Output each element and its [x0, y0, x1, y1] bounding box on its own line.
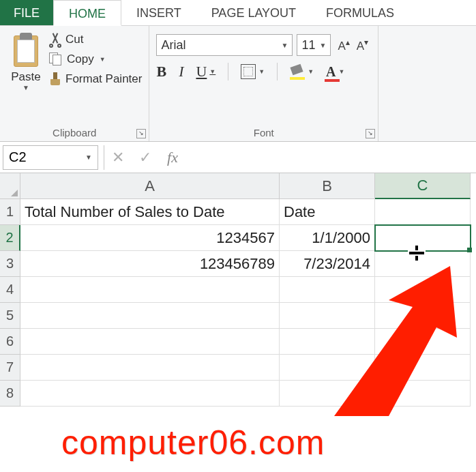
increase-font-button[interactable]: A▴ — [335, 36, 352, 55]
row-header-8[interactable]: 8 — [0, 381, 20, 407]
formula-bar: C2 ▼ ✕ ✓ fx — [0, 142, 476, 173]
column-header-a[interactable]: A — [20, 173, 280, 199]
copy-icon — [49, 53, 63, 66]
row-header-5[interactable]: 5 — [0, 303, 20, 329]
ribbon-tabs: FILE HOME INSERT PAGE LAYOUT FORMULAS — [0, 0, 476, 26]
column-headers: A B C — [0, 173, 476, 199]
italic-button[interactable]: I — [179, 63, 183, 80]
cut-label: Cut — [65, 33, 83, 46]
paste-button[interactable]: Paste ▼ — [7, 30, 45, 94]
cell-cursor-icon — [409, 246, 424, 261]
chevron-down-icon: ▼ — [308, 68, 314, 75]
chevron-down-icon: ▼ — [258, 68, 265, 75]
border-icon — [241, 64, 256, 79]
cell-c1[interactable] — [375, 199, 471, 225]
accept-formula-button[interactable]: ✓ — [132, 145, 159, 170]
format-painter-label: Format Painter — [65, 72, 142, 86]
clipboard-expand-icon[interactable]: ↘ — [136, 129, 146, 138]
cell-a1[interactable]: Total Number of Sales to Date — [20, 199, 280, 225]
separator — [277, 63, 278, 80]
chevron-down-icon: ▼ — [339, 68, 345, 75]
font-family-combo[interactable]: Arial ▼ — [156, 34, 293, 56]
row-headers: 1 2 3 4 5 6 7 8 — [0, 199, 20, 407]
underline-button[interactable]: U▼ — [196, 63, 215, 80]
tab-page-layout[interactable]: PAGE LAYOUT — [196, 0, 311, 25]
name-box[interactable]: C2 ▼ — [3, 145, 98, 170]
column-header-b[interactable]: B — [280, 173, 375, 199]
cell-a2[interactable]: 1234567 — [20, 225, 280, 251]
font-family-value: Arial — [161, 38, 185, 53]
bold-button[interactable]: B — [156, 63, 166, 80]
paste-dropdown-icon[interactable]: ▼ — [23, 84, 29, 91]
tab-file[interactable]: FILE — [0, 0, 53, 25]
borders-button[interactable]: ▼ — [241, 64, 265, 79]
row-header-2[interactable]: 2 — [0, 225, 20, 251]
svg-marker-0 — [334, 266, 457, 416]
font-size-combo[interactable]: 11 ▼ — [297, 34, 331, 56]
separator — [228, 63, 228, 80]
ribbon: Paste ▼ Cut Copy ▼ Format Painter — [0, 26, 476, 142]
font-color-button[interactable]: A ▼ — [326, 64, 344, 80]
copy-button[interactable]: Copy ▼ — [49, 53, 142, 66]
copy-dropdown-icon[interactable]: ▼ — [100, 56, 106, 63]
paste-icon — [11, 33, 41, 68]
group-font: Arial ▼ 11 ▼ A▴ A▾ B I U▼ — [149, 26, 378, 141]
font-expand-icon[interactable]: ↘ — [366, 129, 375, 138]
cell-b2[interactable]: 1/1/2000 — [280, 225, 375, 251]
fill-color-button[interactable]: ▼ — [290, 65, 314, 78]
row-header-1[interactable]: 1 — [0, 199, 20, 225]
decrease-font-button[interactable]: A▾ — [354, 36, 371, 55]
chevron-down-icon: ▼ — [320, 42, 327, 49]
paste-label: Paste — [11, 70, 40, 84]
cancel-formula-button[interactable]: ✕ — [104, 145, 132, 170]
cell-b1[interactable]: Date — [280, 199, 375, 225]
formula-input[interactable] — [186, 145, 476, 170]
font-group-label: Font ↘ — [156, 124, 371, 140]
cut-button[interactable]: Cut — [49, 33, 142, 46]
tab-insert[interactable]: INSERT — [121, 0, 196, 25]
copy-label: Copy — [67, 53, 94, 66]
column-header-c[interactable]: C — [375, 173, 471, 199]
fill-icon — [290, 65, 305, 78]
chevron-down-icon: ▼ — [209, 68, 215, 75]
chevron-down-icon: ▼ — [85, 153, 92, 161]
group-clipboard: Paste ▼ Cut Copy ▼ Format Painter — [0, 26, 149, 141]
chevron-down-icon: ▼ — [282, 42, 288, 49]
select-all-corner[interactable] — [0, 173, 20, 199]
scissors-icon — [49, 33, 61, 46]
row-header-7[interactable]: 7 — [0, 355, 20, 381]
name-box-value: C2 — [9, 149, 27, 165]
tab-home[interactable]: HOME — [53, 0, 121, 26]
row-header-3[interactable]: 3 — [0, 251, 20, 277]
insert-function-button[interactable]: fx — [159, 145, 186, 170]
font-size-value: 11 — [301, 38, 315, 53]
annotation-arrow-icon — [232, 259, 476, 450]
row-header-4[interactable]: 4 — [0, 277, 20, 303]
brush-icon — [49, 72, 61, 86]
format-painter-button[interactable]: Format Painter — [49, 72, 142, 86]
row-header-6[interactable]: 6 — [0, 329, 20, 355]
clipboard-group-label: Clipboard ↘ — [7, 124, 142, 140]
tab-formulas[interactable]: FORMULAS — [311, 0, 409, 25]
